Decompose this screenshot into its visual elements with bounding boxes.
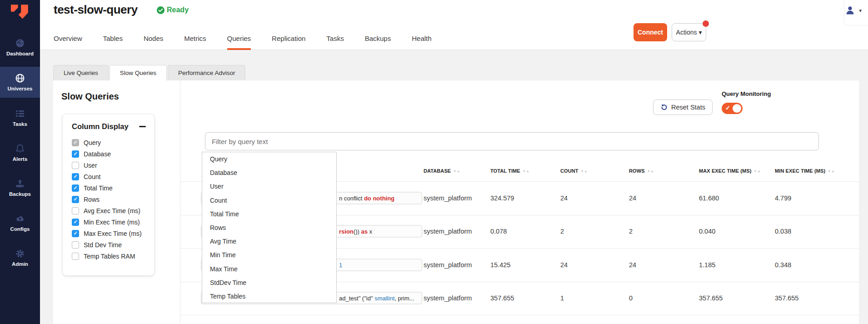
suggestion-min-time[interactable]: Min Time [202, 248, 336, 262]
column-option-user[interactable]: User [72, 160, 146, 171]
column-option-count[interactable]: ✓Count [72, 171, 146, 182]
column-option-rows[interactable]: ✓Rows [72, 194, 146, 205]
subtab-performance-advisor[interactable]: Performance Advisor [168, 65, 245, 80]
user-menu[interactable]: ▾ [845, 5, 862, 16]
column-option-database[interactable]: ✓Database [72, 148, 146, 160]
sidebar-item-universes[interactable]: Universes [0, 67, 40, 98]
tab-health[interactable]: Health [412, 26, 431, 50]
collapse-minus-icon[interactable] [139, 126, 146, 127]
toggle-knob [733, 104, 741, 113]
sort-icons: ▼▲ [647, 169, 654, 173]
column-header-total-time[interactable]: TOTAL TIME▼▲ [490, 165, 530, 176]
suggestion-avg-time[interactable]: Avg Time [202, 234, 336, 248]
query-snippet: n conflict do nothing [339, 195, 394, 202]
suggestion-database[interactable]: Database [202, 166, 336, 179]
query-monitoring-toggle[interactable]: ✓ [722, 103, 743, 114]
column-option-total-time[interactable]: ✓Total Time [72, 182, 146, 194]
suggestion-query[interactable]: Query [202, 152, 336, 166]
column-header-count[interactable]: COUNT▼▲ [560, 165, 588, 176]
query-snippet: ad_test" ("id" smallint, prim... [339, 295, 414, 302]
alerts-icon [15, 144, 25, 154]
sidebar-item-admin[interactable]: Admin [0, 242, 40, 273]
cell-max-exec-time-ms: 61.680 [699, 194, 719, 202]
cell-max-exec-time-ms: 1.185 [699, 261, 715, 269]
row-separator [180, 315, 859, 315]
universe-header: test-slow-query Ready ▾ OverviewTablesNo… [40, 0, 868, 50]
column-display-options: ✓Query✓DatabaseUser✓Count✓Total Time✓Row… [72, 137, 146, 262]
column-option-label: User [84, 162, 97, 169]
column-option-label: Max Exec Time (ms) [84, 230, 142, 237]
column-option-temp-tables-ram[interactable]: Temp Tables RAM [72, 250, 146, 262]
tab-metrics[interactable]: Metrics [184, 26, 206, 50]
column-option-std-dev-time[interactable]: Std Dev Time [72, 239, 146, 250]
sort-icons: ▼▲ [753, 169, 761, 173]
checkbox-icon: ✓ [72, 196, 79, 203]
suggestion-user[interactable]: User [202, 179, 336, 193]
column-option-label: Min Exec Time (ms) [84, 219, 140, 226]
column-header-max-exec-time-ms[interactable]: MAX EXEC TIME (MS)▼▲ [699, 165, 761, 176]
column-option-max-exec-time-ms[interactable]: ✓Max Exec Time (ms) [72, 228, 146, 239]
tab-tables[interactable]: Tables [103, 26, 123, 50]
cell-min-exec-time-ms: 4.799 [775, 194, 791, 202]
sidebar-item-label: Admin [12, 261, 28, 267]
sidebar-item-label: Backups [9, 191, 31, 197]
suggestion-temp-tables[interactable]: Temp Tables [202, 289, 336, 303]
checkbox-icon: ✓ [72, 184, 79, 192]
sidebar-item-configs[interactable]: Configs [0, 207, 40, 238]
tab-backups[interactable]: Backups [365, 26, 391, 50]
checkbox-icon: ✓ [72, 139, 79, 146]
tab-overview[interactable]: Overview [54, 26, 82, 50]
sidebar-item-dashboard[interactable]: Dashboard [0, 32, 40, 63]
connect-button[interactable]: Connect [634, 23, 667, 41]
column-option-avg-exec-time-ms[interactable]: Avg Exec Time (ms) [72, 205, 146, 216]
sidebar-item-label: Universes [8, 86, 33, 91]
universe-tabs: OverviewTablesNodesMetricsQueriesReplica… [54, 26, 432, 50]
cell-max-exec-time-ms: 357.655 [699, 294, 723, 302]
suggestion-total-time[interactable]: Total Time [202, 207, 336, 221]
sidebar-item-alerts[interactable]: Alerts [0, 137, 40, 168]
sidebar-item-backups[interactable]: Backups [0, 172, 40, 203]
tab-queries[interactable]: Queries [227, 26, 251, 50]
column-header-label: MAX EXEC TIME (MS) [699, 168, 751, 174]
column-header-database[interactable]: DATABASE▼▲ [424, 165, 460, 176]
reset-stats-button[interactable]: Reset Stats [653, 100, 713, 115]
suggestion-rows[interactable]: Rows [202, 221, 336, 234]
column-header-label: TOTAL TIME [490, 168, 520, 174]
tab-nodes[interactable]: Nodes [144, 26, 163, 50]
column-option-label: Query [84, 139, 101, 146]
sidebar-item-label: Tasks [13, 121, 27, 127]
header-divider [844, 25, 868, 25]
filter-suggestions-dropdown: QueryDatabaseUserCountTotal TimeRowsAvg … [202, 152, 337, 303]
subtab-slow-queries[interactable]: Slow Queries [110, 65, 167, 80]
column-option-query[interactable]: ✓Query [72, 137, 146, 148]
column-option-min-exec-time-ms[interactable]: ✓Min Exec Time (ms) [72, 216, 146, 228]
cell-total-time: 15.425 [490, 261, 510, 269]
sidebar-item-tasks[interactable]: Tasks [0, 102, 40, 133]
column-option-label: Database [84, 150, 111, 158]
cell-min-exec-time-ms: 0.038 [775, 228, 791, 235]
actions-button[interactable]: Actions ▾ [672, 23, 706, 41]
admin-icon [15, 249, 25, 259]
header-divider [844, 0, 844, 25]
subtab-live-queries[interactable]: Live Queries [53, 65, 109, 80]
column-display-title: Column Display [72, 122, 129, 131]
cell-rows: 24 [629, 194, 636, 202]
cell-count: 24 [560, 194, 568, 202]
tab-tasks[interactable]: Tasks [326, 26, 344, 50]
panel-divider [180, 80, 180, 324]
query-filter-input[interactable] [205, 132, 819, 150]
tab-replication[interactable]: Replication [272, 26, 305, 50]
cell-total-time: 324.579 [490, 194, 514, 202]
yugabyte-logo-icon[interactable] [11, 4, 29, 21]
query-snippet: 1 [339, 262, 342, 269]
suggestion-count[interactable]: Count [202, 194, 336, 207]
suggestion-stddev-time[interactable]: StdDev Time [202, 276, 336, 289]
status-badge: Ready [157, 6, 189, 14]
column-option-label: Count [84, 173, 100, 180]
page-title: test-slow-query [54, 3, 138, 17]
column-header-rows[interactable]: ROWS▼▲ [629, 165, 654, 176]
query-monitoring-label: Query Monitoring [722, 90, 771, 97]
suggestion-max-time[interactable]: Max Time [202, 262, 336, 276]
checkbox-icon: ✓ [72, 219, 79, 226]
column-header-min-exec-time-ms[interactable]: MIN EXEC TIME (MS)▼▲ [775, 165, 835, 176]
